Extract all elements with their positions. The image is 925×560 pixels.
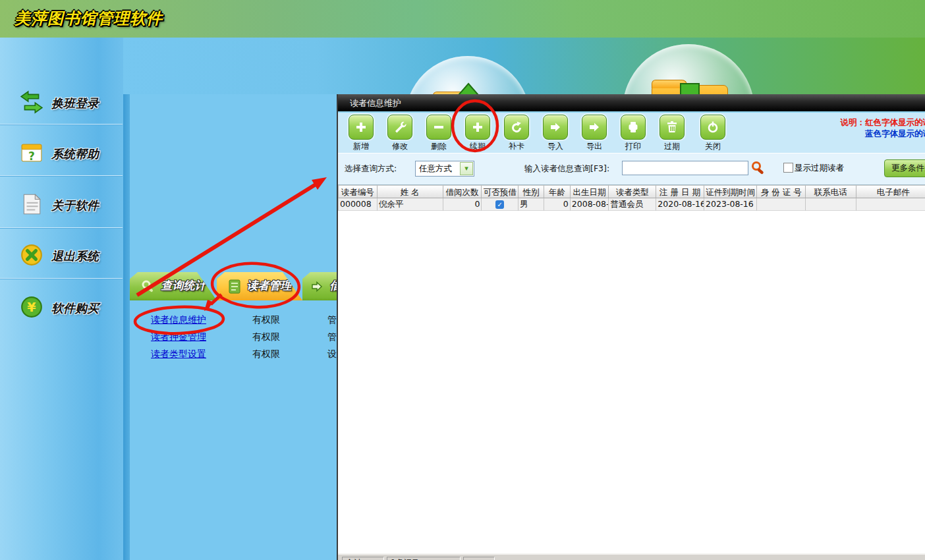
query-method-select[interactable]: 任意方式 ▾ [415, 161, 474, 177]
document-icon [20, 192, 43, 216]
sidebar-separator [0, 278, 123, 279]
col-email[interactable]: 电子邮件 [856, 185, 925, 198]
expired-button[interactable]: 过期 [657, 115, 687, 152]
import-button[interactable]: 导入 [540, 115, 571, 152]
swap-arrows-icon [20, 90, 43, 114]
plus-icon [349, 115, 374, 140]
wrench-icon [387, 115, 412, 140]
cell-gender: 男 [519, 198, 544, 211]
arrow-right-icon [310, 280, 324, 293]
sidebar: 换班登录 ? 系统帮助 关于软件 退出系统 ¥ 软件购买 [0, 38, 123, 560]
cell-id-number [757, 198, 806, 211]
menu-row: 读者信息维护 有权限 管 [151, 314, 349, 330]
cell-borrow-count: 0 [443, 198, 482, 211]
status-page-select[interactable]: ▾ [463, 557, 495, 560]
sidebar-divider [123, 38, 130, 560]
dialog-title-bar[interactable]: 读者信息维护 [338, 94, 925, 113]
renew-button[interactable]: 续期 [462, 115, 493, 152]
replace-card-button[interactable]: 补卡 [501, 115, 532, 152]
folder-upload-icon[interactable] [405, 56, 530, 94]
link-reader-type-settings[interactable]: 读者类型设置 [151, 349, 206, 359]
chevron-down-icon: ▾ [460, 162, 473, 175]
sidebar-item-label: 退出系统 [51, 248, 99, 264]
sidebar-item-system-help[interactable]: ? 系统帮助 [0, 132, 123, 175]
table-row[interactable]: 000008 倪余平 0 ✓ 男 0 2008-08-1 普通会员 2020-0… [338, 198, 925, 211]
query-input-label: 输入读者信息查询[F3]: [524, 163, 609, 175]
col-reader-id[interactable]: 读者编号 [338, 185, 378, 198]
cell-reader-type: 普通会员 [609, 198, 656, 211]
add-button[interactable]: 新增 [346, 115, 376, 152]
note-blue-line: 蓝色字体显示的读 [841, 128, 925, 139]
col-borrow-count[interactable]: 借阅次数 [443, 185, 482, 198]
col-name[interactable]: 姓 名 [378, 185, 443, 198]
delete-button[interactable]: 删除 [424, 115, 454, 152]
exit-x-icon [20, 243, 43, 267]
col-reader-type[interactable]: 读者类型 [609, 185, 656, 198]
status-record-count: 1条记录 [387, 557, 461, 560]
status-total: 合计 [342, 557, 384, 560]
show-expired-checkbox[interactable] [783, 163, 793, 173]
minus-icon [426, 115, 451, 140]
svg-text:?: ? [28, 150, 35, 163]
search-magnifier-icon[interactable] [750, 160, 766, 176]
sidebar-item-purchase[interactable]: ¥ 软件购买 [0, 286, 123, 329]
menu-row: 读者押金管理 有权限 管 [151, 331, 349, 347]
sidebar-item-about[interactable]: 关于软件 [0, 183, 123, 227]
col-id-number[interactable]: 身 份 证 号 [757, 185, 806, 198]
sidebar-item-shift-login[interactable]: 换班登录 [0, 81, 123, 125]
col-phone[interactable]: 联系电话 [806, 185, 856, 198]
col-age[interactable]: 年龄 [544, 185, 571, 198]
cell-email [856, 198, 925, 211]
folder-download-icon[interactable] [623, 44, 754, 94]
dialog-toolbar: 新增 修改 删除 续期 补卡 导入 导出 打印 [338, 113, 925, 154]
readers-table: 读者编号 姓 名 借阅次数 可否预借 性别 年龄 出生日期 读者类型 注 册 日… [338, 185, 925, 211]
cell-name: 倪余平 [378, 198, 443, 211]
preborrow-checkbox[interactable]: ✓ [495, 200, 504, 209]
link-reader-info-maintenance[interactable]: 读者信息维护 [151, 314, 206, 325]
sidebar-separator [0, 124, 123, 125]
close-button[interactable]: 关闭 [698, 115, 728, 152]
permission-extra: 设 [327, 349, 337, 360]
svg-text:¥: ¥ [27, 300, 36, 314]
col-gender[interactable]: 性别 [519, 185, 544, 198]
sidebar-separator [0, 175, 123, 177]
cell-birthdate: 2008-08-1 [571, 198, 609, 211]
reader-search-input[interactable] [622, 161, 748, 175]
cell-age: 0 [544, 198, 571, 211]
permission-extra: 管 [327, 314, 337, 326]
sidebar-item-label: 关于软件 [51, 198, 99, 213]
magnifier-icon [141, 279, 155, 294]
col-birthdate[interactable]: 出生日期 [571, 185, 609, 198]
modify-button[interactable]: 修改 [385, 115, 415, 152]
desktop-banner [123, 38, 925, 94]
dialog-reader-info-maintenance: 读者信息维护 新增 修改 删除 续期 补卡 导入 导出 [337, 94, 925, 560]
cell-reader-id: 000008 [338, 198, 378, 211]
power-icon [700, 115, 725, 140]
sidebar-separator [0, 227, 123, 229]
col-register-date[interactable]: 注 册 日 期 [656, 185, 704, 198]
more-conditions-button[interactable]: 更多条件查询 [884, 159, 925, 177]
sidebar-item-label: 换班登录 [51, 96, 99, 111]
col-preborrow[interactable]: 可否预借 [482, 185, 519, 198]
menu-row: 读者类型设置 有权限 设 [151, 349, 349, 364]
sidebar-item-label: 系统帮助 [51, 146, 99, 162]
print-button[interactable]: 打印 [618, 115, 648, 152]
export-button[interactable]: 导出 [579, 115, 609, 152]
permission-label: 有权限 [252, 314, 280, 326]
app-title-bar: 美萍图书馆管理软件 [0, 0, 925, 38]
show-expired-label: 显示过期读者 [795, 163, 844, 174]
permission-label: 有权限 [252, 331, 280, 343]
tab-label: 查询统计 [161, 278, 206, 295]
help-window-icon: ? [20, 141, 43, 165]
app-title: 美萍图书馆管理软件 [14, 8, 163, 29]
note-red-line: 说明：红色字体显示的读 [841, 117, 925, 128]
trash-icon [659, 115, 685, 140]
toolbar-note: 说明：红色字体显示的读 蓝色字体显示的读 [841, 117, 925, 139]
col-card-expiry[interactable]: 证件到期时间 [704, 185, 757, 198]
sidebar-item-label: 软件购买 [51, 300, 99, 316]
buy-yuan-icon: ¥ [20, 295, 43, 319]
reader-doc-icon [228, 279, 241, 294]
sidebar-item-exit[interactable]: 退出系统 [0, 234, 123, 277]
link-reader-deposit-management[interactable]: 读者押金管理 [151, 331, 206, 342]
cell-preborrow: ✓ [482, 198, 519, 211]
